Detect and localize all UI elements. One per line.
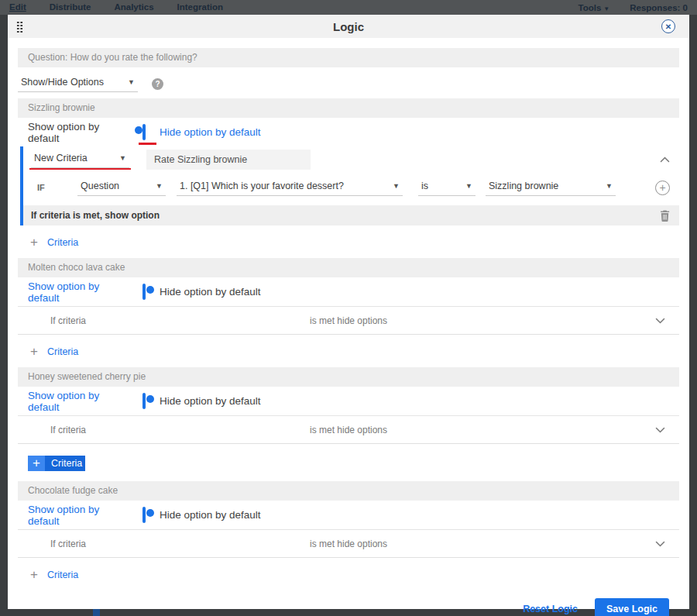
question-value: 1. [Q1] Which is your favorite dessert? [180, 181, 344, 191]
operand-select[interactable]: Question ▼ [77, 179, 166, 196]
chevron-down-icon: ▼ [156, 182, 163, 190]
expand-chevron-down-icon[interactable] [655, 427, 665, 433]
dialog-title: Logic [8, 20, 689, 33]
criteria-result-text: If criteria is met, show option [31, 210, 160, 221]
show-hide-toggle[interactable] [142, 124, 146, 140]
nav-tab-integration[interactable]: Integration [177, 2, 223, 12]
tools-label: Tools [578, 3, 601, 12]
annotation-red-underline [139, 143, 156, 145]
hide-option-label: Hide option by default [160, 286, 261, 298]
annotation-red-underline [29, 168, 131, 170]
top-navbar: Edit Distribute Analytics Integration To… [0, 0, 697, 15]
modal-overlay: Logic ✕ Question: How do you rate the fo… [0, 15, 697, 616]
section-header-honey-sweetened-cherry-pie: Honey sweetened cherry pie [18, 367, 679, 387]
plus-icon: + [30, 570, 38, 580]
dialog-body: Question: How do you rate the following?… [8, 38, 689, 616]
hide-option-label: Hide option by default [160, 395, 261, 407]
question-select[interactable]: 1. [Q1] Which is your favorite dessert? … [177, 179, 403, 196]
collapse-chevron-up-icon[interactable] [660, 157, 670, 163]
show-hide-toggle[interactable] [142, 393, 146, 409]
criteria-result-row: If criteria is met, show option [23, 205, 679, 225]
criteria-title-input[interactable]: Rate Sizzling brownie [146, 150, 311, 170]
toggle-knob [135, 126, 142, 134]
dialog-footer: Reset Logic Save Logic [18, 590, 679, 616]
expand-chevron-down-icon[interactable] [655, 318, 665, 324]
toggle-row-chocolate-fudge-cake: Show option by default Hide option by de… [18, 501, 679, 529]
collapsed-criteria-center: is met hide options [18, 315, 679, 326]
reset-logic-button[interactable]: Reset Logic [523, 604, 578, 614]
collapsed-criteria-center: is met hide options [18, 539, 679, 549]
show-hide-toggle[interactable] [142, 284, 146, 300]
plus-icon: + [30, 237, 38, 248]
criteria-title-row: New Criteria ▼ Rate Sizzling brownie [23, 146, 679, 171]
chevron-down-icon: ▼ [119, 154, 126, 162]
chevron-down-icon: ▼ [465, 182, 472, 190]
toggle-knob [146, 509, 154, 517]
criteria-card: New Criteria ▼ Rate Sizzling brownie IF … [20, 146, 679, 225]
add-criteria-label: Criteria [47, 346, 78, 357]
hide-option-link[interactable]: Hide option by default [160, 126, 261, 138]
hide-option-label: Hide option by default [160, 509, 261, 521]
add-condition-icon[interactable]: + [655, 181, 670, 195]
show-option-link[interactable]: Show option by default [28, 504, 129, 527]
toggle-knob [146, 395, 154, 403]
answer-select[interactable]: Sizzling brownie ▼ [486, 179, 616, 196]
criteria-type-value: New Criteria [34, 153, 88, 163]
plus-icon: + [30, 346, 38, 357]
collapsed-criteria-center: is met hide options [18, 425, 679, 435]
chevron-down-icon: ▼ [603, 5, 609, 12]
show-option-link[interactable]: Show option by default [28, 390, 129, 413]
help-icon[interactable]: ? [152, 78, 163, 90]
add-criteria-button[interactable]: + Criteria [18, 335, 679, 367]
logic-type-value: Show/Hide Options [21, 77, 104, 88]
collapsed-criteria-row[interactable]: If criteria is met hide options [18, 529, 679, 558]
logic-dialog: Logic ✕ Question: How do you rate the fo… [8, 15, 689, 609]
answer-value: Sizzling brownie [489, 181, 558, 191]
add-criteria-label: Criteria [47, 570, 78, 580]
show-option-link[interactable]: Show option by default [28, 280, 129, 304]
logic-type-row: Show/Hide Options ▼ ? [18, 67, 679, 98]
save-logic-button[interactable]: Save Logic [595, 598, 669, 616]
page-behind-accent [93, 609, 100, 616]
operator-value: is [421, 181, 428, 191]
add-criteria-label: Criteria [47, 237, 78, 248]
chevron-down-icon: ▼ [128, 78, 135, 86]
criteria-condition-row: IF Question ▼ 1. [Q1] Which is your favo… [23, 171, 679, 205]
add-criteria-button[interactable]: + Criteria [18, 558, 679, 590]
toggle-row-molten-choco-lava-cake: Show option by default Hide option by de… [18, 277, 679, 306]
section-header-sizzling-brownie: Sizzling brownie [18, 98, 679, 118]
trash-icon[interactable] [660, 210, 670, 222]
responses-count: Responses: 0 [630, 3, 688, 12]
chevron-down-icon: ▼ [606, 182, 613, 190]
section-header-chocolate-fudge-cake: Chocolate fudge cake [18, 481, 679, 501]
dialog-header: Logic ✕ [8, 15, 689, 38]
add-criteria-button-selected[interactable]: + Criteria [18, 444, 679, 481]
section-header-molten-choco-lava-cake: Molten choco lava cake [18, 258, 679, 277]
logic-type-select[interactable]: Show/Hide Options ▼ [18, 75, 138, 92]
question-bar: Question: How do you rate the following? [18, 48, 679, 67]
tools-menu[interactable]: Tools▼ [578, 3, 609, 12]
operand-value: Question [81, 181, 119, 191]
collapsed-criteria-row[interactable]: If criteria is met hide options [18, 415, 679, 444]
add-criteria-button[interactable]: + Criteria [18, 225, 679, 258]
chevron-down-icon: ▼ [393, 182, 400, 190]
show-hide-toggle[interactable] [142, 507, 146, 523]
nav-tab-edit[interactable]: Edit [9, 2, 26, 12]
plus-icon: + [28, 456, 45, 471]
show-option-label: Show option by default [28, 121, 129, 144]
collapsed-criteria-row[interactable]: If criteria is met hide options [18, 306, 679, 335]
expand-chevron-down-icon[interactable] [655, 541, 665, 547]
toggle-row-honey-sweetened-cherry-pie: Show option by default Hide option by de… [18, 387, 679, 415]
operator-select[interactable]: is ▼ [418, 179, 476, 196]
if-label: IF [37, 183, 56, 192]
criteria-type-select[interactable]: New Criteria ▼ [31, 151, 129, 168]
toggle-row-sizzling-brownie: Show option by default Hide option by de… [18, 118, 679, 146]
add-criteria-label: Criteria [45, 456, 85, 471]
toggle-knob [146, 286, 154, 294]
nav-tab-analytics[interactable]: Analytics [114, 2, 153, 12]
close-icon[interactable]: ✕ [661, 19, 675, 33]
nav-tab-distribute[interactable]: Distribute [50, 2, 91, 12]
